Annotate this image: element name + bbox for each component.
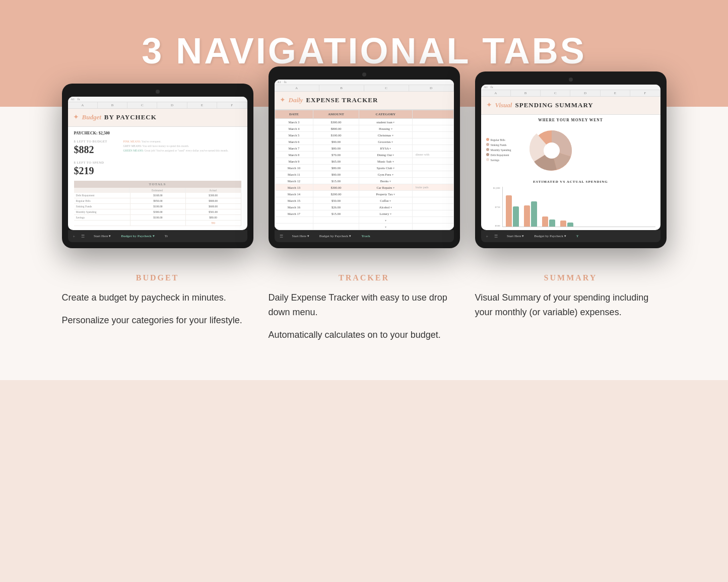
paycheck-line: PAYCHECK: $2,500 bbox=[74, 131, 241, 135]
legend-dot-4 bbox=[486, 153, 489, 156]
info-col-summary: SUMMARY Visual Summary of your spending … bbox=[475, 273, 667, 350]
row-act-to: TO bbox=[186, 221, 241, 226]
tablet-budget: A1 fx A B C D E F ✦ Budget BY bbox=[62, 84, 253, 248]
pie-chart-svg bbox=[516, 125, 577, 176]
pie-legend: Regular Bills Sinking Funds Monthly Spen… bbox=[486, 138, 511, 163]
sparkle-icon-t: ✦ bbox=[280, 96, 286, 104]
row-label-4: Monthly Spending bbox=[74, 209, 131, 214]
info-col-tracker: TRACKER Daily Expense Tracker with easy … bbox=[269, 273, 460, 350]
budget-content: PAYCHECK: $2,500 $ LEFT TO BUDGET $882 P… bbox=[68, 127, 247, 230]
tablet-camera-3 bbox=[569, 78, 573, 82]
left-to-spend-amount: $219 bbox=[74, 165, 241, 177]
bar-chart-wrapper: $1,000 $750 $500 bbox=[486, 187, 655, 227]
plus-icon: + bbox=[73, 234, 76, 239]
hint-green: GREEN MEANS: Great job! You've assigned … bbox=[123, 149, 241, 153]
tracker-row-4: March 6$90.00Groceries ▾ bbox=[275, 138, 453, 145]
tab-t-3[interactable]: T bbox=[573, 233, 582, 239]
summary-bold-title: SPENDING SUMMARY bbox=[515, 101, 593, 109]
legend-dot-2 bbox=[486, 143, 489, 146]
tracker-row-2: March 4$800.00Housing ▾ bbox=[275, 125, 453, 132]
tracker-row-11: March 13$300.00Car Repairs ▾brake pads bbox=[275, 184, 453, 191]
formula-bar-summary: A1 fx bbox=[481, 85, 660, 90]
legend-item-1: Regular Bills bbox=[486, 138, 511, 143]
col-e: E bbox=[187, 102, 217, 108]
tablet-tracker: A1 fx A B C D ✦ Daily EXPENSE TRACKER bbox=[269, 66, 460, 248]
col-b: B bbox=[98, 102, 127, 108]
row-act-2: $800.00 bbox=[186, 198, 241, 203]
y-label-500: $500 bbox=[486, 225, 500, 227]
bar-chart-area: ESTIMATED VS ACTUAL SPENDING $1,000 $750… bbox=[486, 180, 655, 227]
cell-fx: fx bbox=[78, 98, 80, 101]
col-estimated: Estimated bbox=[129, 188, 185, 193]
th-category: CATEGORY bbox=[359, 110, 412, 119]
col-actual: Actual bbox=[185, 188, 241, 193]
summary-sheet-header: ✦ Visual SPENDING SUMMARY bbox=[481, 97, 660, 115]
formula-bar-tracker: A1 fx bbox=[275, 80, 454, 85]
totals-row-5: Savings $100.00 $80.00 bbox=[74, 215, 241, 221]
tab-tr-1[interactable]: Tr bbox=[162, 233, 171, 239]
chart-section: WHERE YOUR MONEY WENT Regular Bills Sink… bbox=[481, 115, 660, 230]
paycheck-label: PAYCHECK: bbox=[74, 131, 99, 135]
left-to-spend-section: $ LEFT TO SPEND $219 bbox=[74, 161, 241, 177]
legend-dot-5 bbox=[486, 158, 489, 161]
th-date: DATE bbox=[275, 110, 313, 119]
tracker-row-14: March 16$26.00Alcohol ▾ bbox=[275, 204, 453, 210]
tablet-screen-tracker: A1 fx A B C D ✦ Daily EXPENSE TRACKER bbox=[275, 80, 454, 230]
col-c-s: C bbox=[541, 90, 570, 96]
tab-budget-paycheck-3[interactable]: Budget by Paycheck ▾ bbox=[531, 233, 569, 239]
tab-track-2[interactable]: Track bbox=[358, 233, 373, 239]
left-to-spend-label: $ LEFT TO SPEND bbox=[74, 161, 241, 164]
col-f-s: F bbox=[630, 90, 660, 96]
tracker-row-6: March 8$70.00Dining Out ▾dinner with bbox=[275, 152, 453, 158]
tab-budget-paycheck-1[interactable]: Budget by Paycheck ▾ bbox=[118, 233, 157, 239]
col-c: C bbox=[127, 102, 157, 108]
tab-start-here-1[interactable]: Start Here ▾ bbox=[91, 233, 114, 239]
tablet-camera-2 bbox=[362, 72, 366, 77]
totals-wrapper: TOTALS Estimated Actual Debt Repayment $… bbox=[74, 181, 241, 226]
tracker-row-15: March 17$15.00Lottery ▾ bbox=[275, 210, 453, 217]
pie-chart-title: WHERE YOUR MONEY WENT bbox=[486, 118, 655, 122]
pie-center bbox=[544, 142, 560, 159]
left-to-budget-amount: $882 bbox=[74, 144, 119, 156]
tracker-row-5: March 7$80.00HYSA ▾ bbox=[275, 145, 453, 152]
col-b-s: B bbox=[511, 90, 541, 96]
info-category-budget: BUDGET bbox=[62, 273, 253, 282]
col-f: F bbox=[217, 102, 247, 108]
bar-1-act bbox=[513, 206, 519, 227]
bar-group-2 bbox=[524, 201, 537, 227]
tracker-row-1: March 3$300.00student loan ▾ bbox=[275, 119, 453, 125]
tracker-title-row: ✦ Daily EXPENSE TRACKER bbox=[280, 96, 449, 104]
legend-dot-1 bbox=[486, 138, 489, 141]
tracker-bold-title: EXPENSE TRACKER bbox=[306, 96, 378, 104]
tracker-table: DATE AMOUNT CATEGORY March 3$300.00stude… bbox=[275, 110, 454, 230]
row-est-5: $100.00 bbox=[130, 215, 186, 220]
totals-row-4: Monthly Spending $300.00 $501.00 bbox=[74, 209, 241, 215]
paycheck-amount: $2,500 bbox=[99, 131, 110, 135]
row-label-5: Savings bbox=[74, 215, 131, 220]
col-a-t: A bbox=[275, 85, 319, 91]
totals-row-1: Debt Repayment $168.00 $300.00 bbox=[74, 193, 241, 198]
sparkle-icon: ✦ bbox=[73, 113, 79, 121]
budget-title-row: ✦ Budget BY PAYCHECK bbox=[73, 113, 242, 121]
bar-group-4 bbox=[560, 221, 573, 227]
budget-bold-title: BY PAYCHECK bbox=[104, 113, 157, 121]
info-para-budget-2: Personalize your categories for your lif… bbox=[62, 313, 253, 328]
tracker-row-9: March 11$90.00Gym Fees ▾ bbox=[275, 171, 453, 178]
menu-icon-t: ☰ bbox=[280, 234, 283, 239]
info-para-tracker-1: Daily Expense Tracker with easy to use d… bbox=[269, 290, 460, 320]
tab-start-here-3[interactable]: Start Here ▾ bbox=[504, 233, 527, 239]
row-est-1: $168.00 bbox=[130, 193, 186, 198]
col-d-t: D bbox=[409, 85, 454, 91]
row-label-3: Sinking Funds bbox=[74, 204, 131, 209]
col-d: D bbox=[157, 102, 187, 108]
info-para-budget-1: Create a budget by paycheck in minutes. bbox=[62, 290, 253, 305]
bar-group-1 bbox=[506, 195, 519, 227]
legend-item-4: Debt Repayment bbox=[486, 153, 511, 158]
bar-4-act bbox=[567, 223, 573, 227]
col-b-t: B bbox=[319, 85, 364, 91]
col-e-s: E bbox=[601, 90, 630, 96]
tab-budget-paycheck-2[interactable]: Budget by Paycheck ▾ bbox=[316, 233, 354, 239]
tab-start-here-2[interactable]: Start Here ▾ bbox=[289, 233, 312, 239]
tablets-row: A1 fx A B C D E F ✦ Budget BY bbox=[30, 66, 698, 248]
th-amount: AMOUNT bbox=[313, 110, 359, 119]
